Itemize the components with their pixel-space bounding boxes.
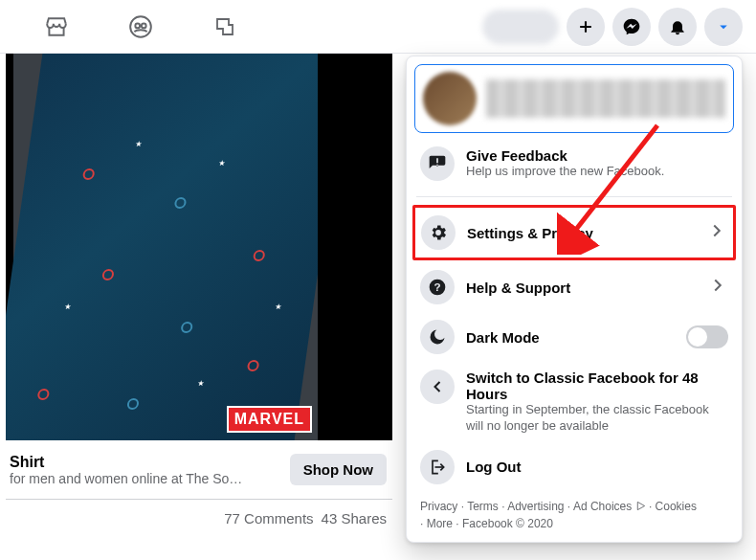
shares-count[interactable]: 43 Shares	[322, 510, 387, 526]
product-text: Shirt for men and women online at The So…	[10, 454, 242, 486]
plus-icon	[576, 17, 595, 36]
bell-icon	[668, 17, 687, 36]
shirt-graphic: ★ ★ ★ ★ ★	[6, 54, 348, 440]
dark-mode-title: Dark Mode	[466, 329, 675, 346]
classic-title: Switch to Classic Facebook for 48 Hours	[466, 370, 728, 402]
comments-count[interactable]: 77 Comments	[224, 510, 313, 526]
marketplace-tab[interactable]	[43, 13, 70, 40]
profile-chip[interactable]	[482, 10, 559, 44]
footer-advertising[interactable]: Advertising	[507, 500, 564, 513]
gear-icon	[421, 215, 456, 250]
give-feedback-item[interactable]: Give Feedback Help us improve the new Fa…	[414, 139, 734, 189]
top-nav-bar	[0, 0, 756, 54]
groups-tab[interactable]	[127, 13, 154, 40]
classic-subtitle: Starting in September, the classic Faceb…	[466, 402, 728, 435]
notifications-button[interactable]	[658, 8, 697, 46]
divider	[416, 196, 732, 197]
gaming-icon	[213, 15, 236, 38]
footer-adchoices[interactable]: Ad Choices	[573, 500, 632, 513]
svg-point-2	[142, 23, 146, 28]
settings-title: Settings & Privacy	[467, 225, 695, 241]
back-arrow-icon	[420, 370, 455, 404]
marvel-badge: MARVEL	[227, 406, 312, 433]
messenger-button[interactable]	[612, 8, 651, 46]
logout-title: Log Out	[466, 459, 728, 475]
product-info-bar: Shirt for men and women online at The So…	[6, 440, 392, 500]
account-dropdown: Give Feedback Help us improve the new Fa…	[406, 56, 743, 543]
gaming-tab[interactable]	[211, 13, 238, 40]
logout-icon	[420, 450, 455, 484]
help-icon: ?	[420, 270, 455, 304]
help-support-item[interactable]: ? Help & Support	[414, 262, 734, 312]
product-subtitle: for men and women online at The So…	[10, 471, 242, 486]
engagement-bar: 77 Comments 43 Shares	[6, 500, 392, 536]
moon-icon	[420, 320, 455, 354]
messenger-icon	[622, 17, 641, 36]
feed-post: ★ ★ ★ ★ ★ MARVEL Shirt for men and women…	[6, 54, 392, 536]
avatar	[423, 72, 477, 125]
footer-terms[interactable]: Terms	[467, 500, 499, 513]
shop-now-button[interactable]: Shop Now	[290, 454, 387, 485]
footer-cookies[interactable]: Cookies	[656, 500, 697, 513]
caret-down-icon	[715, 18, 732, 35]
feedback-icon	[420, 146, 455, 181]
settings-highlight-annotation: Settings & Privacy	[412, 205, 736, 260]
switch-classic-item[interactable]: Switch to Classic Facebook for 48 Hours …	[414, 362, 734, 442]
dark-mode-item[interactable]: Dark Mode	[414, 312, 734, 362]
nav-right	[482, 8, 743, 46]
footer-privacy[interactable]: Privacy	[420, 500, 457, 513]
footer-copyright: Facebook © 2020	[462, 517, 553, 530]
svg-text:?: ?	[434, 280, 440, 293]
chevron-right-icon	[706, 220, 727, 245]
account-menu-button[interactable]	[704, 8, 743, 46]
svg-point-1	[135, 23, 140, 28]
logout-item[interactable]: Log Out	[414, 442, 734, 492]
footer-more[interactable]: More	[427, 517, 453, 530]
settings-privacy-item[interactable]: Settings & Privacy	[415, 208, 733, 258]
feedback-subtitle: Help us improve the new Facebook.	[466, 164, 728, 180]
image-letterbox-right	[318, 54, 392, 440]
svg-point-0	[130, 16, 151, 37]
feedback-title: Give Feedback	[466, 147, 728, 164]
nav-center	[43, 13, 238, 40]
help-title: Help & Support	[466, 280, 696, 296]
product-image[interactable]: ★ ★ ★ ★ ★ MARVEL	[6, 54, 392, 440]
profile-row[interactable]	[414, 64, 734, 133]
marketplace-icon	[44, 14, 69, 39]
chevron-right-icon	[707, 275, 728, 300]
profile-name-redacted	[486, 79, 725, 118]
footer-links: Privacy · Terms · Advertising · Ad Choic…	[414, 492, 734, 534]
dark-mode-toggle[interactable]	[686, 325, 728, 348]
groups-icon	[128, 14, 153, 39]
create-button[interactable]	[567, 8, 605, 46]
adchoices-icon	[635, 501, 646, 511]
product-title: Shirt	[10, 454, 242, 471]
